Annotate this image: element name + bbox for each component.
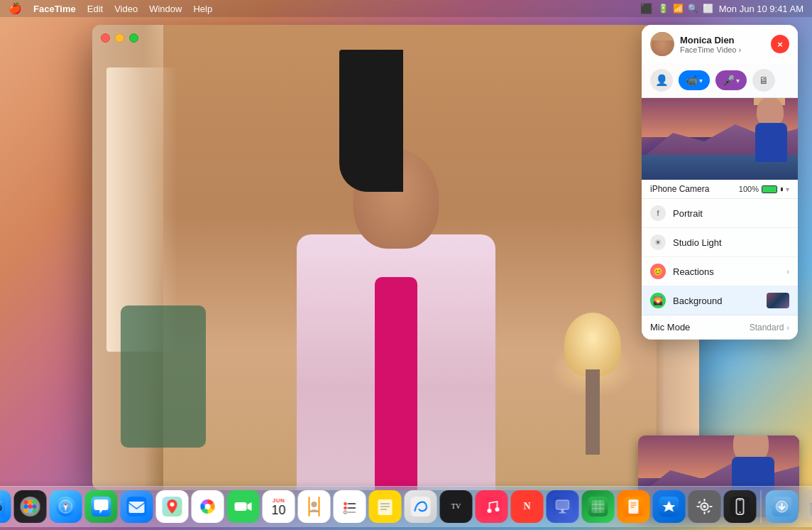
dock-separator xyxy=(761,490,762,523)
svg-rect-76 xyxy=(704,499,706,502)
expand-chevron[interactable]: ▾ xyxy=(786,185,789,193)
camera-name: iPhone Camera xyxy=(650,184,709,194)
svg-rect-36 xyxy=(340,497,360,517)
reactions-label: Reactions xyxy=(673,266,714,277)
panel-preview xyxy=(642,98,798,180)
dock-facetime[interactable] xyxy=(227,490,260,523)
menubar-help[interactable]: Help xyxy=(193,4,212,14)
menu-item-studio-left: ☀ Studio Light xyxy=(650,234,722,250)
hair xyxy=(339,50,403,192)
dock-iphone-mirroring[interactable] xyxy=(724,490,757,523)
dock-launchpad[interactable] xyxy=(14,490,47,523)
messages-icon xyxy=(92,497,111,517)
mic-mode-chevron: › xyxy=(786,323,789,332)
control-center-icon[interactable]: ⬜ xyxy=(703,4,713,13)
menubar-window[interactable]: Window xyxy=(149,4,182,14)
preview-scene xyxy=(642,98,798,180)
svg-rect-62 xyxy=(592,500,605,513)
dock-pages[interactable] xyxy=(618,490,650,523)
studio-light-label: Studio Light xyxy=(673,237,722,248)
close-panel-button[interactable]: × xyxy=(771,35,789,53)
dock-keynote[interactable] xyxy=(547,490,579,523)
apple-menu[interactable]: 🍎 xyxy=(9,2,22,15)
search-icon[interactable]: 🔍 xyxy=(688,4,698,13)
dock-finder[interactable] xyxy=(0,490,11,523)
video-icon: 📹 xyxy=(686,75,698,86)
dock-appstore[interactable] xyxy=(653,490,686,523)
dock-messages[interactable] xyxy=(85,490,118,523)
battery-icon: 🔋 xyxy=(658,4,669,13)
dock-news[interactable]: N xyxy=(511,490,544,523)
dock-numbers[interactable] xyxy=(582,490,615,523)
mic-button[interactable]: 🎤 ▾ xyxy=(715,70,747,90)
trash-icon xyxy=(808,497,813,517)
menubar-video[interactable]: Video xyxy=(114,4,138,14)
person-icon-btn[interactable]: 👤 xyxy=(650,69,673,92)
menu-item-studio-light[interactable]: ☀ Studio Light xyxy=(642,228,798,257)
maps-icon xyxy=(163,497,182,517)
video-button[interactable]: 📹 ▾ xyxy=(679,70,710,90)
portrait-label: Portrait xyxy=(673,208,703,219)
background-thumb xyxy=(767,293,789,308)
settings-icon xyxy=(695,497,715,517)
dock-notes[interactable] xyxy=(369,490,402,523)
dock-contacts[interactable] xyxy=(298,490,331,523)
reactions-icon: 😊 xyxy=(650,264,666,279)
share-screen-button[interactable]: 🖥 xyxy=(752,69,775,92)
person-main xyxy=(226,78,566,490)
dock-safari[interactable] xyxy=(50,490,82,523)
svg-rect-34 xyxy=(319,497,320,517)
reminders-icon xyxy=(340,497,360,517)
svg-rect-77 xyxy=(704,512,706,514)
svg-rect-79 xyxy=(710,506,713,507)
fullscreen-button[interactable] xyxy=(129,33,138,43)
caller-info: Monica Dien FaceTime Video › xyxy=(650,32,741,56)
numbers-icon xyxy=(588,497,608,517)
mic-chevron: ▾ xyxy=(736,77,740,85)
dock-calendar[interactable]: JUN 10 xyxy=(263,490,295,523)
minimize-button[interactable] xyxy=(115,33,124,43)
svg-rect-24 xyxy=(129,502,145,513)
menu-item-portrait[interactable]: f Portrait xyxy=(642,199,798,228)
svg-rect-48 xyxy=(411,497,431,517)
appletv-icon: TV xyxy=(446,497,466,517)
close-button[interactable] xyxy=(101,33,110,43)
mic-icon: 🎤 xyxy=(723,75,735,86)
svg-point-53 xyxy=(495,507,500,512)
dock-music[interactable] xyxy=(476,490,508,523)
svg-point-84 xyxy=(740,512,741,513)
svg-point-8 xyxy=(24,500,28,504)
menu-item-background[interactable]: 🌄 Background xyxy=(642,286,798,315)
svg-point-10 xyxy=(33,500,37,504)
camera-menu-items: f Portrait ☀ Studio Light 😊 Reactions › xyxy=(642,199,798,340)
battery-fill xyxy=(762,186,777,193)
dock-trash[interactable] xyxy=(801,490,813,523)
pages-icon xyxy=(624,497,644,517)
svg-rect-60 xyxy=(559,512,566,514)
menu-item-portrait-left: f Portrait xyxy=(650,205,703,221)
main-video-feed xyxy=(92,25,699,490)
facetime-icon xyxy=(234,497,253,517)
menubar-app-name[interactable]: FaceTime xyxy=(33,4,76,14)
menubar-right: ⬛ 🔋 📶 🔍 ⬜ Mon Jun 10 9:41 AM xyxy=(640,3,803,14)
menu-item-reactions[interactable]: 😊 Reactions › xyxy=(642,257,798,286)
menu-item-mic-mode[interactable]: Mic Mode Standard › xyxy=(642,315,798,340)
dock-appletv[interactable]: TV xyxy=(440,490,473,523)
dock-freeform[interactable] xyxy=(405,490,437,523)
dock-reminders[interactable] xyxy=(334,490,366,523)
dock-settings[interactable] xyxy=(688,490,721,523)
mic-mode-right: Standard › xyxy=(750,323,789,332)
notes-icon xyxy=(375,497,395,517)
dock-mail[interactable] xyxy=(121,490,153,523)
background-icon: 🌄 xyxy=(650,293,666,308)
dock-maps[interactable] xyxy=(156,490,189,523)
menubar-edit[interactable]: Edit xyxy=(87,4,103,14)
dock-store[interactable] xyxy=(766,490,799,523)
svg-point-39 xyxy=(344,507,347,509)
shirt-inner xyxy=(375,277,417,490)
svg-point-11 xyxy=(24,504,28,509)
music-icon xyxy=(482,497,502,517)
dock-photos[interactable] xyxy=(192,490,224,523)
prev-shirt xyxy=(755,123,787,162)
news-icon: N xyxy=(517,497,537,517)
